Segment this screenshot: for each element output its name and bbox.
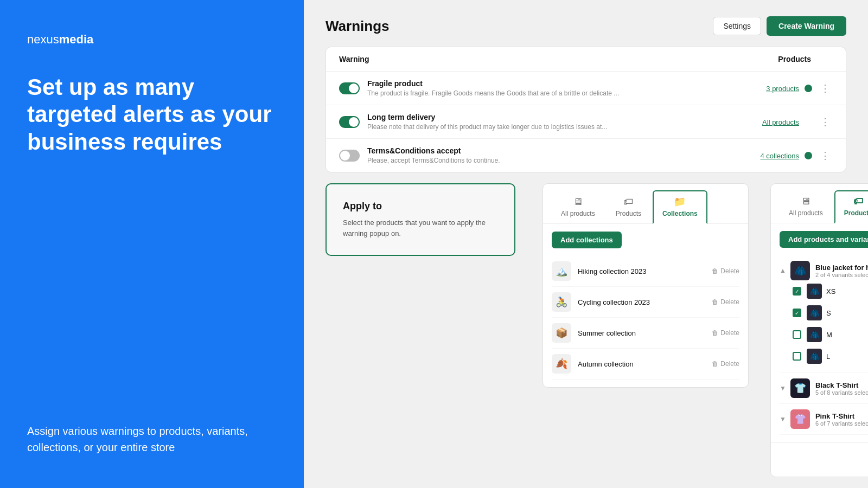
apply-to-title: Apply to [343, 201, 498, 212]
products-link-delivery[interactable]: All products [762, 118, 799, 126]
variant-name-l: L [826, 352, 868, 361]
collection-name-3: Autumn collection [578, 360, 712, 368]
variant-thumb-s: 🧥 [807, 305, 822, 320]
checkbox-m[interactable] [793, 330, 801, 339]
tab-all-products-products[interactable]: 🖥 All products [780, 191, 832, 222]
monitor-icon-p: 🖥 [801, 196, 810, 207]
collection-icon-0: 🏔️ [552, 261, 571, 281]
tab-collections-label: Collections [662, 210, 698, 217]
warning-name-terms: Terms&Conditions accept [367, 146, 701, 155]
product-name-2: Pink T-Shirt [815, 412, 868, 420]
collection-item-3: 🍂 Autumn collection 🗑 Delete [552, 349, 739, 380]
checkbox-xs[interactable] [793, 287, 801, 296]
checkbox-l[interactable] [793, 352, 801, 361]
variant-row-s: 🧥 S [780, 302, 868, 324]
variant-thumb-xs: 🧥 [807, 284, 822, 299]
col-warning-header: Warning [339, 55, 713, 63]
variant-name-s: S [826, 309, 868, 317]
collection-item-1: 🚴 Cycling collection 2023 🗑 Delete [552, 287, 739, 318]
sub-text: Assign various warnings to products, var… [27, 423, 277, 455]
variant-row-m: 🧥 M [780, 324, 868, 345]
create-warning-button[interactable]: Create Warning [767, 16, 846, 36]
variant-row-xs: 🧥 XS [780, 280, 868, 302]
monitor-icon: 🖥 [573, 196, 583, 208]
collections-tab-bar: 🖥 All products 🏷 Products 📁 Collections [543, 184, 748, 224]
delete-collection-3[interactable]: 🗑 Delete [712, 360, 739, 368]
more-btn-delivery[interactable]: ⋮ [818, 116, 833, 128]
main-content: Apply to Select the products that you wa… [326, 183, 846, 477]
variant-row-l: 🧥 L [780, 345, 868, 367]
tab-all-products-p-label: All products [789, 209, 823, 217]
toggle-terms[interactable] [339, 150, 360, 162]
collection-name-0: Hiking collection 2023 [578, 267, 712, 275]
product-thumb-1: 👕 [790, 378, 810, 398]
product-group-header-0[interactable]: ▲ 🧥 Blue jacket for hiking 2 of 4 varian… [780, 261, 868, 280]
delete-collection-2[interactable]: 🗑 Delete [712, 329, 739, 337]
toggle-delivery[interactable] [339, 116, 360, 128]
tab-products-p-label: Products [844, 209, 868, 217]
variant-thumb-m: 🧥 [807, 327, 822, 342]
collection-icon-1: 🚴 [552, 292, 571, 312]
tab-collections[interactable]: 📁 Collections [653, 190, 707, 224]
product-group-1: ▼ 👕 Black T-Shirt 5 of 8 variants select… [780, 373, 868, 404]
collection-icon-3: 🍂 [552, 354, 571, 374]
products-link-fragile[interactable]: 3 products [766, 85, 799, 93]
toggle-fragile[interactable] [339, 82, 360, 94]
product-variants-0: 2 of 4 variants selected Select All [815, 272, 868, 278]
expand-icon-1: ▼ [780, 384, 786, 392]
collection-icon-2: 📦 [552, 323, 571, 343]
add-products-button[interactable]: Add products and variants [780, 231, 868, 248]
warning-name-delivery: Long term delivery [367, 113, 701, 121]
expand-icon-2: ▼ [780, 415, 786, 423]
tag-icon: 🏷 [623, 196, 633, 208]
product-info-0: Blue jacket for hiking 2 of 4 variants s… [815, 264, 868, 278]
warning-desc-delivery: Please note that delivery of this produc… [367, 123, 701, 131]
top-bar: Warnings Settings Create Warning [326, 16, 846, 36]
products-tab-bar: 🖥 All products 🏷 Products 📁 Collections [771, 184, 868, 223]
warning-row-3: Terms&Conditions accept Please, accept T… [326, 139, 846, 172]
logo-normal: nexus [27, 33, 59, 46]
col-products-header: Products [713, 55, 833, 63]
product-variants-2: 6 of 7 variants selected Select All [815, 420, 868, 427]
warnings-header: Warning Products [326, 47, 846, 72]
product-thumb-2: 👚 [790, 409, 810, 429]
right-panel: Warnings Settings Create Warning Warning… [304, 0, 868, 488]
collection-name-2: Summer collection [578, 329, 712, 337]
logo-bold: media [59, 33, 94, 46]
more-btn-fragile[interactable]: ⋮ [818, 82, 833, 94]
tab-products-collections[interactable]: 🏷 Products [607, 191, 650, 223]
warning-info-fragile: Fragile product The product is fragile. … [367, 79, 701, 97]
more-btn-terms[interactable]: ⋮ [818, 150, 833, 162]
settings-button[interactable]: Settings [713, 17, 761, 35]
warning-products-terms: 4 collections [701, 151, 799, 160]
collection-name-1: Cycling collection 2023 [578, 298, 712, 306]
tab-all-products-collections[interactable]: 🖥 All products [552, 191, 604, 223]
add-collections-button[interactable]: Add collections [552, 232, 622, 248]
collection-item-0: 🏔️ Hiking collection 2023 🗑 Delete [552, 256, 739, 287]
products-link-terms[interactable]: 4 collections [760, 152, 799, 160]
variant-thumb-l: 🧥 [807, 349, 822, 364]
warning-name-fragile: Fragile product [367, 79, 701, 88]
product-info-2: Pink T-Shirt 6 of 7 variants selected Se… [815, 412, 868, 427]
apply-to-panel: Apply to Select the products that you wa… [326, 183, 515, 256]
warning-info-delivery: Long term delivery Please note that deli… [367, 113, 701, 131]
product-group-header-2[interactable]: ▼ 👚 Pink T-Shirt 6 of 7 variants selecte… [780, 409, 868, 429]
connector-dot-terms [805, 152, 812, 159]
collection-item-2: 📦 Summer collection 🗑 Delete [552, 318, 739, 349]
connector-dot-fragile [805, 85, 812, 92]
tag-icon-p: 🏷 [853, 196, 863, 207]
left-panel: nexusmedia Set up as many targeted alert… [0, 0, 304, 488]
product-info-1: Black T-Shirt 5 of 8 variants selected S… [815, 381, 868, 396]
product-thumb-0: 🧥 [790, 261, 810, 280]
delete-collection-1[interactable]: 🗑 Delete [712, 298, 739, 306]
variant-name-m: M [826, 331, 868, 339]
product-group-header-1[interactable]: ▼ 👕 Black T-Shirt 5 of 8 variants select… [780, 378, 868, 398]
warning-desc-terms: Please, accept Terms&Conditions to conti… [367, 157, 701, 164]
product-name-1: Black T-Shirt [815, 381, 868, 389]
delete-collection-0[interactable]: 🗑 Delete [712, 267, 739, 275]
product-variants-1: 5 of 8 variants selected Select All [815, 389, 868, 396]
tab-products-active[interactable]: 🏷 Products [834, 190, 868, 223]
warning-desc-fragile: The product is fragile. Fragile Goods me… [367, 89, 701, 97]
tab-products-label: Products [616, 210, 641, 217]
checkbox-s[interactable] [793, 309, 801, 317]
